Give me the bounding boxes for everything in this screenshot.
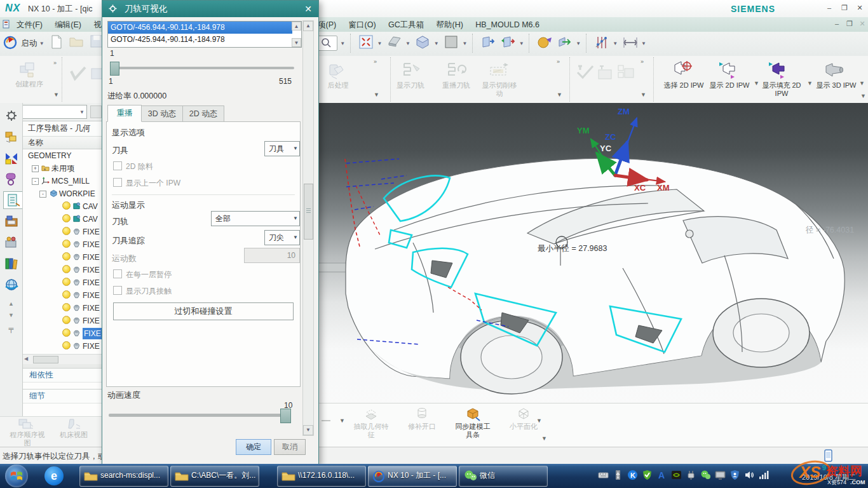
shaded-dropdown-icon[interactable]: ▼ xyxy=(405,34,412,51)
program-order-view-label[interactable]: 程序顺序视图 xyxy=(6,431,48,447)
taskbar-button-0[interactable]: search-ms:displ... xyxy=(79,466,168,487)
bulb-icon[interactable] xyxy=(62,240,71,248)
tray-shield-green-icon[interactable] xyxy=(642,470,653,480)
tree-row-fixe[interactable]: FIXE xyxy=(23,327,102,340)
show-hide-icon[interactable] xyxy=(480,34,496,51)
new-file-icon[interactable] xyxy=(48,34,65,51)
background-dropdown-icon[interactable]: ▼ xyxy=(462,34,468,51)
tray-monitor-icon[interactable] xyxy=(715,470,726,480)
bulb-icon[interactable] xyxy=(62,227,71,235)
position-slider-thumb[interactable] xyxy=(110,62,119,76)
tree-row-mcs_mill[interactable]: -MCS_MILL xyxy=(23,175,102,187)
menu-edit[interactable]: 编辑(E) xyxy=(50,17,86,32)
motion-count-input[interactable]: 10 xyxy=(244,248,300,263)
vp-tool-1[interactable]: 修补开口 xyxy=(399,406,445,431)
fit-view-icon[interactable] xyxy=(358,34,374,51)
mobile-device-icon[interactable] xyxy=(824,449,833,464)
menu-view[interactable]: 视图( xyxy=(88,17,102,32)
tree-row-fixe[interactable]: FIXE xyxy=(23,289,102,302)
checkbox-show-prev-ipw[interactable]: 显示上一个 IPW xyxy=(113,178,180,189)
tree-label[interactable]: MCS_MILL xyxy=(51,177,90,186)
open-file-icon[interactable] xyxy=(68,34,85,51)
distance-dropdown-icon[interactable]: ▼ xyxy=(641,34,648,51)
create-group-overflow-icon[interactable]: » xyxy=(53,60,57,66)
tray-shield-blue-icon[interactable] xyxy=(729,470,740,480)
show-filled-2d-ipw-dropdown-icon[interactable]: ▼ xyxy=(807,80,813,86)
edit-section-icon[interactable] xyxy=(557,34,573,51)
close-button[interactable]: ✕ xyxy=(853,3,867,13)
hscroll-left-icon[interactable]: ◀ xyxy=(24,356,28,362)
constraint-navigator-icon[interactable] xyxy=(3,149,20,166)
show-3d-ipw-label[interactable]: 显示 3D IPW xyxy=(815,81,858,90)
start-dropdown-icon[interactable]: ▼ xyxy=(39,34,46,51)
verify-group-overflow-icon[interactable]: » xyxy=(641,58,644,65)
tree-label[interactable]: FIXE xyxy=(83,316,100,325)
tree-row-fixe[interactable]: FIXE xyxy=(23,226,102,238)
vp-group-dropdown2-icon[interactable]: ▼ xyxy=(541,435,547,442)
tree-row-geometry[interactable]: GEOMETRY xyxy=(23,149,102,162)
replay-toolpath-label[interactable]: 重播刀轨 xyxy=(432,81,480,90)
path-group-overflow-icon[interactable]: » xyxy=(557,58,560,65)
child-minimize-button[interactable]: – xyxy=(830,19,844,29)
tree-label[interactable]: FIXE xyxy=(83,291,100,300)
machine-tool-view-label[interactable]: 机床视图 xyxy=(53,431,94,439)
true-shading-icon[interactable] xyxy=(537,34,553,51)
verify-gouge-icon[interactable] xyxy=(596,64,615,83)
bulb-icon[interactable] xyxy=(62,329,71,337)
tree-label[interactable]: CAV xyxy=(83,202,98,211)
tray-keyboard-icon[interactable] xyxy=(598,470,609,480)
bulb-icon[interactable] xyxy=(62,214,71,222)
vp-tool-0[interactable]: 抽取几何特征 xyxy=(348,406,394,439)
deviation-dropdown-icon[interactable]: ▼ xyxy=(613,34,619,51)
tab-2d-dynamic[interactable]: 2D 动态 xyxy=(182,105,224,123)
tree-hscrollbar[interactable]: ◀ xyxy=(23,354,102,364)
show-filled-2d-ipw-label[interactable]: 显示填充 2DIPW xyxy=(757,81,806,98)
vp-group-dropdown-icon[interactable]: ▼ xyxy=(536,417,542,424)
ipw-group-dropdown-icon[interactable]: ▼ xyxy=(860,93,866,99)
render-style-dropdown-icon[interactable]: ▼ xyxy=(434,34,440,51)
restore-button[interactable]: ❐ xyxy=(837,3,851,13)
resource-scroll-down-icon[interactable]: ▼ xyxy=(0,312,22,318)
graphics-viewport[interactable]: 最小半径 = 27.9683 径 = -76.4031 ZM ZC YM YC … xyxy=(318,103,868,447)
verify-group-dropdown-icon[interactable]: ▼ xyxy=(641,92,646,98)
tree-row-未用项[interactable]: +a未用项 xyxy=(23,162,102,175)
operation-navigator-tab-icon[interactable] xyxy=(3,191,23,209)
post-process-icon[interactable] xyxy=(328,62,347,83)
tray-a-icon[interactable]: A xyxy=(656,470,667,480)
goto-line-selected[interactable]: GOTO/-456.944,-90.114,-184.978 xyxy=(108,22,292,34)
start-orb[interactable] xyxy=(5,464,28,487)
library-icon[interactable] xyxy=(3,255,20,272)
tree-label[interactable]: FIXE xyxy=(83,240,100,249)
dialog-scroll-down-icon[interactable]: ▼ xyxy=(303,425,313,435)
menu-window[interactable]: 窗口(O) xyxy=(344,17,381,32)
tool-combo[interactable]: 刀具▼ xyxy=(264,141,300,156)
browser-icon[interactable]: e xyxy=(44,466,64,485)
bulb-icon[interactable] xyxy=(62,341,71,349)
position-slider-track[interactable] xyxy=(110,67,294,69)
tray-speaker-icon[interactable] xyxy=(744,470,755,480)
bulb-icon[interactable] xyxy=(62,252,71,261)
replay-toolpath-icon[interactable] xyxy=(445,61,466,82)
taskbar-button-3[interactable]: NX 10 - 加工 - [... xyxy=(368,466,457,487)
vp-tool-2[interactable]: 同步建模工具条 xyxy=(450,406,496,439)
dialog-scroll-up-icon[interactable]: ▲ xyxy=(303,21,313,31)
taskbar-button-2[interactable]: \\172.16.0.118\... xyxy=(277,466,366,487)
goto-list[interactable]: GOTO/-456.944,-90.114,-184.978 GOTO/-425… xyxy=(107,21,302,48)
selection-scope-partial[interactable] xyxy=(90,105,102,118)
show-2d-ipw-icon[interactable] xyxy=(718,60,740,81)
tree-row-fixe[interactable]: FIXE xyxy=(23,264,102,276)
tray-k-icon[interactable]: K xyxy=(627,470,638,480)
show-toolpath-icon[interactable] xyxy=(400,61,422,82)
hscroll-thumb[interactable] xyxy=(33,356,58,363)
dialog-scroll-thumb[interactable] xyxy=(304,184,313,240)
bulb-icon[interactable] xyxy=(62,201,71,210)
bulb-icon[interactable] xyxy=(62,316,71,324)
dialog-close-icon[interactable]: ✕ xyxy=(304,1,312,17)
tree-label[interactable]: FIXE xyxy=(83,266,100,274)
verify-toolpath-icon-left[interactable] xyxy=(69,65,88,86)
tree-toggle-icon[interactable]: - xyxy=(32,178,39,185)
tree-label[interactable]: FIXE xyxy=(83,253,100,262)
show-2d-ipw-label[interactable]: 显示 2D IPW xyxy=(707,81,752,90)
tray-usb-icon[interactable] xyxy=(613,470,623,480)
verify-toolpath-icon[interactable] xyxy=(576,64,595,83)
